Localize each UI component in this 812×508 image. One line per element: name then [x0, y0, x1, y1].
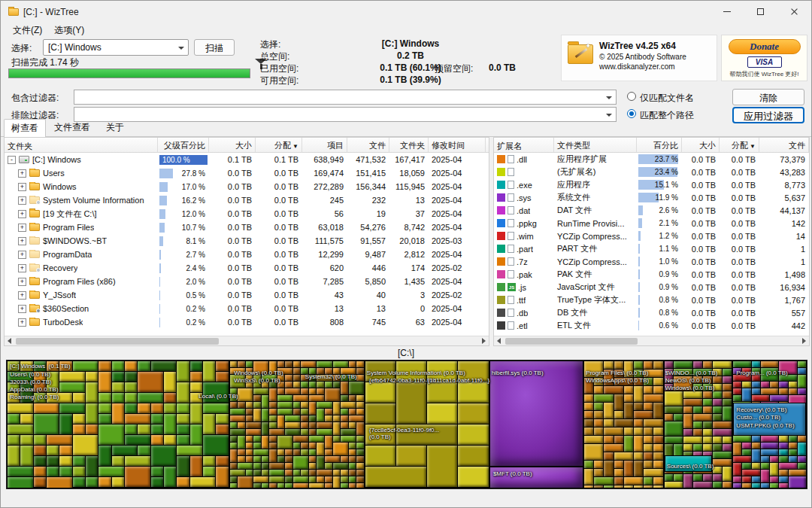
treemap-tile[interactable] — [789, 388, 797, 394]
folder-name-cell[interactable]: +System Volume Information — [5, 196, 158, 205]
folder-name-cell[interactable]: +Y_JSsoft — [5, 291, 158, 300]
treemap-tile[interactable] — [301, 443, 308, 449]
treemap-tile[interactable] — [309, 476, 317, 482]
treemap-tile[interactable] — [253, 402, 261, 408]
treemap-tile[interactable] — [770, 395, 787, 401]
extension-cell[interactable] — [494, 168, 554, 176]
treemap-tile[interactable] — [253, 463, 261, 469]
treemap-tile[interactable] — [341, 456, 348, 462]
treemap-tile[interactable] — [253, 443, 261, 449]
treemap-tile[interactable] — [742, 483, 750, 488]
treemap-tile[interactable] — [584, 361, 603, 377]
treemap-tile[interactable] — [317, 429, 332, 435]
treemap-tile[interactable] — [665, 474, 674, 481]
treemap-tile[interactable] — [584, 403, 593, 410]
treemap-tile[interactable] — [341, 436, 356, 442]
treemap-tile[interactable] — [356, 361, 364, 367]
extension-cell[interactable]: .dat — [494, 206, 554, 215]
treemap-tile[interactable] — [112, 477, 124, 487]
treemap-tile[interactable] — [86, 477, 98, 487]
treemap-tile[interactable] — [317, 409, 324, 421]
treemap-tile[interactable] — [333, 382, 341, 388]
treemap-tile[interactable] — [683, 444, 692, 451]
treemap-tile[interactable] — [742, 449, 750, 455]
folder-name-cell[interactable]: +$WINDOWS.~BT — [5, 236, 158, 245]
treemap-tile[interactable] — [624, 477, 643, 485]
treemap-tile[interactable] — [779, 470, 787, 476]
radio-match-filename[interactable] — [627, 92, 636, 101]
treemap-tile[interactable] — [752, 382, 760, 388]
donate-button[interactable]: Donate — [729, 39, 801, 54]
treemap-tile[interactable] — [644, 378, 653, 385]
treemap-tile[interactable] — [653, 452, 662, 460]
treemap-tile[interactable] — [262, 463, 269, 469]
treemap-tile[interactable] — [269, 476, 284, 482]
treemap-tile[interactable] — [325, 409, 332, 415]
treemap-tile[interactable] — [723, 444, 732, 451]
column-allocated[interactable]: 分配▼ — [720, 138, 759, 152]
treemap-tile[interactable] — [584, 485, 593, 488]
treemap-tile[interactable] — [125, 435, 150, 445]
folder-name-cell[interactable]: +$360Section — [5, 304, 158, 313]
treemap-tile[interactable] — [458, 467, 488, 487]
treemap-tile[interactable] — [713, 482, 722, 488]
treemap-tile[interactable] — [177, 477, 189, 487]
treemap-tile[interactable] — [333, 361, 348, 367]
extension-cell[interactable]: .db — [494, 309, 554, 318]
treemap-tile[interactable] — [293, 402, 301, 408]
treemap-tile[interactable] — [742, 382, 750, 388]
tree-row[interactable]: +Program Files (x86)2.0 %0.0 TB0.0 TB7,2… — [5, 275, 489, 288]
treemap-tile[interactable] — [752, 375, 760, 381]
tree-row[interactable]: +Recovery2.4 %0.0 TB0.0 TB6204461742025-… — [5, 261, 489, 275]
extension-table-hscrollbar[interactable] — [494, 336, 809, 345]
treemap-tile[interactable] — [604, 361, 613, 369]
treemap-tile[interactable] — [761, 361, 778, 367]
treemap-tile[interactable] — [634, 403, 643, 410]
treemap-block-usmt-ppkg[interactable] — [733, 403, 806, 436]
treemap-tile[interactable] — [293, 483, 308, 488]
extension-row[interactable]: .dll应用程序扩展23.7 %0.0 TB0.0 TB73,379 — [494, 153, 809, 166]
treemap-tile[interactable] — [190, 382, 202, 392]
treemap-tile[interactable] — [341, 382, 348, 394]
treemap-tile[interactable] — [653, 403, 662, 418]
treemap-tile[interactable] — [396, 361, 426, 382]
treemap-tile[interactable] — [341, 368, 356, 374]
treemap-tile[interactable] — [151, 435, 163, 445]
treemap-tile[interactable] — [349, 361, 356, 367]
treemap-tile[interactable] — [341, 470, 348, 476]
treemap-tile[interactable] — [73, 477, 85, 487]
treemap-tile[interactable] — [713, 399, 722, 406]
treemap-tile[interactable] — [624, 361, 633, 377]
treemap-tile[interactable] — [761, 443, 778, 449]
extension-row[interactable]: .7zYCZip Compress...1.0 %0.0 TB0.0 TB1 — [494, 255, 809, 268]
treemap-tile[interactable] — [365, 424, 395, 445]
treemap-tile[interactable] — [713, 414, 722, 421]
treemap-tile[interactable] — [665, 437, 683, 443]
treemap-tile[interactable] — [246, 375, 253, 381]
treemap-tile[interactable] — [34, 382, 46, 392]
treemap-tile[interactable] — [309, 483, 324, 488]
column-folder[interactable]: 文件夹 — [5, 138, 158, 152]
treemap-tile[interactable] — [86, 382, 98, 403]
treemap-tile[interactable] — [277, 368, 292, 374]
treemap-tile[interactable] — [644, 469, 662, 476]
treemap-tile[interactable] — [262, 375, 277, 381]
treemap-tile[interactable] — [203, 467, 215, 476]
treemap-tile[interactable] — [203, 456, 215, 466]
treemap-tile[interactable] — [238, 476, 253, 488]
treemap-tile[interactable] — [624, 394, 633, 402]
treemap-tile[interactable] — [59, 372, 85, 382]
extension-row[interactable]: .etlETL 文件0.6 %0.0 TB0.0 TB442 — [494, 319, 809, 332]
radio-match-path[interactable] — [627, 109, 636, 118]
tree-row[interactable]: +TurboDesk0.2 %0.0 TB0.0 TB808745632025-… — [5, 315, 489, 329]
treemap-tile[interactable] — [644, 444, 653, 452]
treemap-tile[interactable] — [779, 436, 787, 442]
treemap-tile[interactable] — [427, 446, 457, 487]
treemap-tile[interactable] — [269, 361, 277, 374]
treemap-tile[interactable] — [138, 361, 150, 371]
treemap-tile[interactable] — [789, 382, 797, 388]
treemap-tile[interactable] — [59, 456, 71, 466]
treemap-tile[interactable] — [634, 361, 643, 369]
treemap-tile[interactable] — [742, 463, 750, 469]
folder-name-cell[interactable]: +Recovery — [5, 263, 158, 272]
